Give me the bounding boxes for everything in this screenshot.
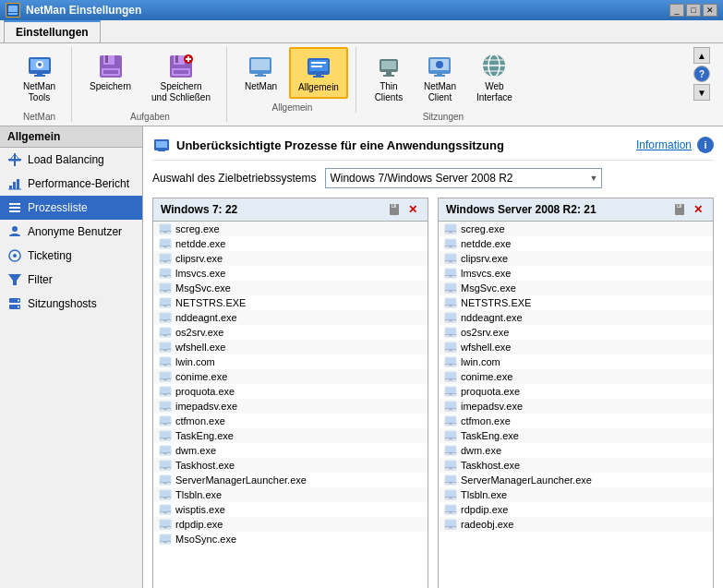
list-item[interactable]: ServerManagerLauncher.exe [439,473,713,487]
svg-rect-105 [160,349,171,350]
svg-rect-86 [163,276,167,277]
sidebar-item-ticketing[interactable]: Ticketing [0,244,142,268]
svg-rect-76 [161,240,170,246]
list-item[interactable]: ctfmon.exe [153,414,428,428]
speichern-schliessen-label: Speichernund Schließen [151,81,211,103]
nav-up-btn[interactable]: ▲ [693,47,710,64]
list-item[interactable]: Taskhost.exe [153,458,428,473]
list-item[interactable]: TaskEng.exe [439,428,713,443]
load-balancing-label: Load Balancing [28,153,104,166]
info-icon-btn[interactable]: i [697,137,714,153]
list-item[interactable]: wisptis.exe [153,502,428,517]
svg-rect-200 [445,364,456,365]
sidebar-item-filter[interactable]: Filter [0,268,142,292]
ribbon-btn-thin-clients[interactable]: ThinClients [366,47,412,108]
minimize-btn[interactable]: _ [669,4,684,17]
list-item[interactable]: Tlsbln.exe [439,487,713,502]
ribbon-btn-web-interface[interactable]: WebInterface [468,47,521,108]
list-item[interactable]: lwin.com [153,354,428,369]
list-item[interactable]: rdpdip.exe [153,517,428,532]
list-item[interactable]: NETSTRS.EXE [153,295,428,310]
svg-rect-88 [161,284,170,290]
list-item[interactable]: screg.exe [153,222,428,236]
list-item[interactable]: proquota.exe [153,384,428,399]
list-item[interactable]: nddeagnt.exe [153,310,428,325]
list-item[interactable]: wfshell.exe [153,340,428,354]
ribbon-group-sitzungen-label: Sitzungen [423,112,464,122]
list-item[interactable]: wfshell.exe [439,340,713,354]
win2008-close-btn[interactable]: ✕ [691,202,705,217]
list-item[interactable]: netdde.exe [153,236,428,251]
process-name: conime.exe [461,371,512,382]
svg-rect-153 [160,526,171,527]
sidebar-item-performance-bericht[interactable]: Performance-Bericht [0,172,142,196]
win7-save-btn[interactable] [387,202,402,217]
sidebar-item-sitzungshosts[interactable]: Sitzungshosts [0,292,142,316]
info-link[interactable]: Information [636,138,692,151]
process-item-icon [444,222,457,235]
sidebar-item-prozessliste[interactable]: Prozessliste [0,196,142,220]
os-select-label: Auswahl des Zielbetriebssystems [152,172,316,185]
list-item[interactable]: Tlsbln.exe [153,487,428,502]
win2008-save-btn[interactable] [672,202,687,217]
ribbon-btn-speichern[interactable]: Speichern [81,47,139,108]
process-name: rdpdip.exe [461,504,508,515]
list-item[interactable]: ctfmon.exe [439,414,713,428]
list-item[interactable]: MsgSvc.exe [439,281,713,295]
list-item[interactable]: clipsrv.exe [439,251,713,266]
list-item[interactable]: dwm.exe [153,443,428,458]
svg-rect-13 [103,70,118,74]
process-item-icon [159,400,172,413]
tab-einstellungen[interactable]: Einstellungen [4,20,101,42]
list-item[interactable]: screg.exe [439,222,713,236]
svg-rect-53 [9,203,20,205]
list-item[interactable]: Taskhost.exe [439,458,713,473]
list-item[interactable]: os2srv.exe [439,325,713,340]
svg-rect-134 [163,453,167,454]
svg-rect-145 [160,497,171,498]
sidebar-item-load-balancing[interactable]: Load Balancing [0,148,142,172]
list-item[interactable]: clipsrv.exe [153,251,428,266]
os-select-dropdown[interactable]: Windows 7/Windows Server 2008 R2 ▼ [325,168,602,188]
ribbon-group-allgemein-label: Allgemein [271,102,312,113]
sidebar-item-anonyme-benutzer[interactable]: Anonyme Benutzer [0,220,142,244]
svg-rect-23 [251,59,270,70]
win7-process-list[interactable]: screg.exe netdde.exe clipsrv.exe [153,222,428,588]
ribbon-btn-netman-tools[interactable]: NetManTools [15,47,64,108]
list-item[interactable]: radeobj.exe [439,517,713,532]
win7-close-btn[interactable]: ✕ [405,202,420,217]
nav-down-btn[interactable]: ▼ [693,84,710,101]
list-item[interactable]: lmsvcs.exe [439,266,713,281]
ribbon-btn-speichern-schliessen[interactable]: Speichernund Schließen [143,47,219,108]
maximize-btn[interactable]: □ [686,4,701,17]
list-item[interactable]: os2srv.exe [153,325,428,340]
svg-rect-213 [449,409,452,410]
ribbon-btn-netman-client[interactable]: NetManClient [416,47,464,108]
window-controls[interactable]: _ □ ✕ [669,4,717,17]
list-item[interactable]: nddeagnt.exe [439,310,713,325]
close-btn[interactable]: ✕ [703,4,717,17]
list-item[interactable]: dwm.exe [439,443,713,458]
list-item[interactable]: imepadsv.exe [153,399,428,414]
list-item[interactable]: NETSTRS.EXE [439,295,713,310]
ribbon-btn-netman[interactable]: NetMan [236,47,285,99]
list-item[interactable]: MsoSync.exe [153,532,428,546]
list-item[interactable]: conime.exe [153,369,428,384]
list-item[interactable]: proquota.exe [439,384,713,399]
svg-rect-225 [449,453,452,454]
list-item[interactable]: ServerManagerLauncher.exe [153,473,428,487]
list-item[interactable]: TaskEng.exe [153,428,428,443]
nav-info-btn[interactable]: ? [693,66,710,82]
list-item[interactable]: lmsvcs.exe [153,266,428,281]
list-item[interactable]: netdde.exe [439,236,713,251]
svg-rect-168 [445,246,456,246]
process-name: MsgSvc.exe [461,282,516,294]
ribbon-btn-allgemein[interactable]: Allgemein [289,47,348,99]
list-item[interactable]: conime.exe [439,369,713,384]
list-item[interactable]: MsgSvc.exe [153,281,428,295]
list-item[interactable]: rdpdip.exe [439,502,713,517]
list-item[interactable]: imepadsv.exe [439,399,713,414]
list-item[interactable]: lwin.com [439,354,713,369]
win2008-process-list[interactable]: screg.exe netdde.exe clipsrv.exe [439,222,713,588]
svg-rect-93 [160,305,171,306]
